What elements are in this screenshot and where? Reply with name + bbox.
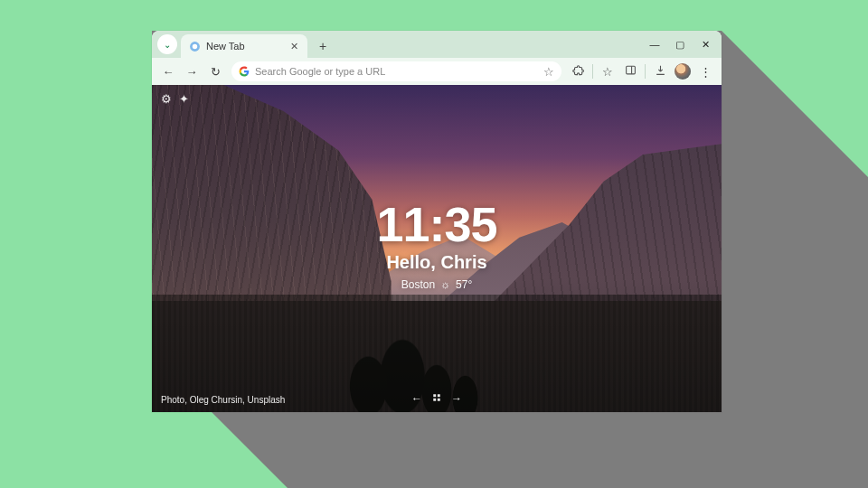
- arrow-right-icon: →: [186, 65, 198, 79]
- page-top-icons: ⚙ ✦: [161, 92, 189, 106]
- window-controls: — ▢ ✕: [642, 31, 718, 58]
- search-tabs-dropdown[interactable]: ⌄: [157, 34, 177, 54]
- forward-button[interactable]: →: [181, 61, 203, 82]
- tab-title: New Tab: [206, 41, 245, 52]
- address-input[interactable]: [255, 66, 538, 77]
- clock-time: 11:35: [152, 199, 722, 248]
- toolbar: ← → ↻ ☆ ☆ ⋮: [152, 58, 722, 85]
- minimize-icon: —: [650, 39, 660, 50]
- sidepanel-icon: [625, 64, 637, 79]
- plus-icon: +: [319, 39, 326, 53]
- bookmark-button[interactable]: ☆: [597, 61, 618, 82]
- toolbar-separator: [592, 64, 593, 79]
- omnibox[interactable]: ☆: [231, 61, 561, 81]
- greeting-text: Hello, Chris: [152, 251, 722, 272]
- wallpaper-grid-button[interactable]: [430, 392, 443, 405]
- gear-icon[interactable]: ⚙: [161, 92, 172, 106]
- weather-location: Boston: [401, 277, 435, 290]
- close-tab-icon[interactable]: ✕: [288, 40, 300, 52]
- toolbar-separator: [645, 64, 646, 79]
- close-window-button[interactable]: ✕: [693, 33, 718, 56]
- menu-button[interactable]: ⋮: [694, 61, 716, 82]
- back-button[interactable]: ←: [157, 61, 179, 82]
- dashboard-center: 11:35 Hello, Chris Boston ☼ 57°: [152, 199, 722, 291]
- newtab-favicon: [188, 40, 201, 52]
- arrow-left-icon: ←: [163, 65, 175, 79]
- reload-icon: ↻: [211, 65, 221, 79]
- avatar: [675, 63, 691, 80]
- next-wallpaper-button[interactable]: →: [450, 392, 463, 405]
- google-icon: [239, 66, 250, 77]
- svg-rect-4: [433, 394, 436, 397]
- prev-wallpaper-button[interactable]: ←: [410, 392, 423, 405]
- photo-credit[interactable]: Photo, Oleg Chursin, Unsplash: [161, 395, 285, 405]
- page-content: ⚙ ✦ 11:35 Hello, Chris Boston ☼ 57° Phot…: [152, 85, 722, 412]
- browser-tab[interactable]: New Tab ✕: [181, 34, 307, 58]
- star-icon: ☆: [602, 65, 613, 79]
- kebab-icon: ⋮: [700, 65, 712, 79]
- svg-rect-6: [433, 399, 436, 401]
- svg-rect-5: [438, 394, 440, 397]
- sun-icon: ☼: [440, 277, 450, 290]
- download-icon: [655, 64, 666, 79]
- maximize-button[interactable]: ▢: [667, 33, 693, 56]
- maximize-icon: ▢: [675, 39, 684, 51]
- sparkle-icon[interactable]: ✦: [179, 92, 189, 106]
- reload-button[interactable]: ↻: [204, 61, 226, 82]
- svg-rect-7: [438, 399, 440, 401]
- profile-button[interactable]: [672, 61, 693, 82]
- browser-window: ⌄ New Tab ✕ + — ▢ ✕ ← → ↻ ☆: [152, 31, 722, 412]
- weather-widget[interactable]: Boston ☼ 57°: [401, 277, 473, 290]
- wallpaper-nav: ← →: [410, 392, 463, 405]
- new-tab-button[interactable]: +: [313, 36, 333, 56]
- tab-strip: ⌄ New Tab ✕ + — ▢ ✕: [152, 31, 722, 58]
- chevron-down-icon: ⌄: [164, 40, 171, 50]
- reading-list-button[interactable]: [619, 61, 641, 82]
- extensions-button[interactable]: [567, 61, 589, 82]
- star-outline-icon[interactable]: ☆: [543, 65, 554, 79]
- minimize-button[interactable]: —: [642, 33, 667, 56]
- puzzle-icon: [571, 64, 584, 80]
- svg-point-1: [192, 43, 196, 48]
- svg-rect-2: [626, 66, 635, 74]
- close-icon: ✕: [702, 39, 710, 51]
- downloads-button[interactable]: [649, 61, 671, 82]
- weather-temp: 57°: [456, 277, 472, 290]
